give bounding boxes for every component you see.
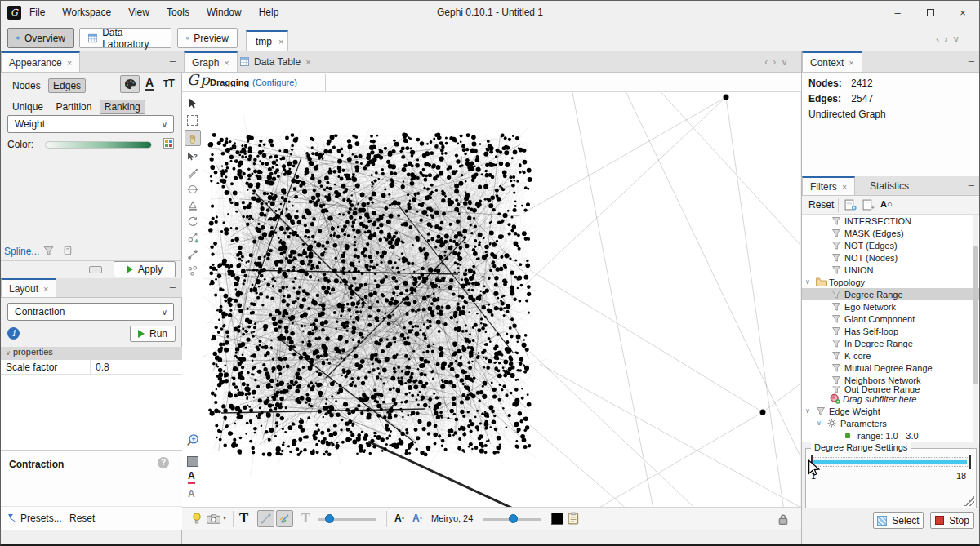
view-tab-chevrons[interactable]: ‹›∨: [764, 56, 793, 68]
appearance-minimize-icon[interactable]: –: [170, 55, 176, 67]
filter-tree-item[interactable]: Out Degree Range: [802, 386, 980, 393]
node-labels-toggle-icon[interactable]: T: [239, 511, 248, 526]
filter-tree-item[interactable]: Mutual Degree Range: [802, 362, 980, 374]
label-color-mode-icon[interactable]: A: [145, 77, 154, 91]
tab-context[interactable]: Context ×: [802, 51, 862, 72]
context-minimize-icon[interactable]: –: [969, 55, 974, 67]
reset-layout-link[interactable]: Reset: [69, 513, 95, 524]
zoom-magnifier-icon[interactable]: [186, 433, 199, 446]
data-laboratory-button[interactable]: Data Laboratory: [79, 28, 172, 48]
minimize-button[interactable]: –: [881, 1, 914, 24]
filter-tree-item[interactable]: range: 1.0 - 3.0: [802, 429, 980, 442]
properties-header[interactable]: ∨ properties: [1, 347, 182, 360]
filters-reset-button[interactable]: Reset: [808, 199, 834, 211]
help-icon[interactable]: ?: [158, 457, 169, 468]
background-color-swatch[interactable]: [187, 456, 198, 467]
heat-icon[interactable]: [187, 200, 198, 211]
edge-pencil-icon[interactable]: [187, 233, 198, 244]
nodes-toggle[interactable]: Nodes: [7, 78, 46, 93]
show-edges-toggle[interactable]: [257, 510, 274, 527]
filter-tree-item[interactable]: Ego Network: [802, 300, 980, 313]
data-table-tab-close-icon[interactable]: ×: [305, 57, 310, 67]
edge-labels-toggle-icon[interactable]: T: [301, 512, 310, 525]
preview-button[interactable]: Preview: [177, 28, 238, 48]
menu-workspace[interactable]: Workspace: [62, 7, 111, 18]
attributes-clipboard-icon[interactable]: [568, 512, 580, 525]
screenshot-camera-icon[interactable]: [207, 514, 220, 524]
filter-tree-item[interactable]: Neighbors Network: [802, 374, 980, 386]
lock-icon[interactable]: [778, 514, 788, 525]
edge-color-toggle[interactable]: [276, 510, 293, 527]
menu-tools[interactable]: Tools: [167, 7, 189, 18]
filter-tree-item[interactable]: ∨Topology: [802, 276, 980, 288]
label-size-slider-knob[interactable]: [509, 514, 518, 523]
appearance-tab-close-icon[interactable]: ×: [67, 58, 72, 68]
filter-tree-item[interactable]: K-core: [802, 349, 980, 362]
ranking-tab[interactable]: Ranking: [100, 100, 145, 114]
tab-statistics[interactable]: Statistics: [862, 176, 916, 195]
lightbulb-icon[interactable]: [192, 513, 202, 526]
edge-font-size-icon[interactable]: A·: [412, 513, 423, 524]
duplicate-filter-icon[interactable]: [862, 199, 875, 211]
tree-expand-chevron-icon[interactable]: ∨: [805, 278, 816, 286]
layout-algorithm-combobox[interactable]: Contraction ∨: [7, 303, 174, 321]
tree-expand-chevron-icon[interactable]: ∨: [805, 407, 816, 415]
maximize-button[interactable]: [914, 1, 947, 24]
painter-icon[interactable]: [187, 167, 198, 179]
apply-button[interactable]: Apply: [114, 261, 176, 277]
filter-tree-item[interactable]: ∨Parameters: [802, 417, 980, 429]
filters-minimize-icon[interactable]: –: [969, 179, 974, 191]
camera-dropdown-icon[interactable]: ▾: [223, 514, 226, 522]
filter-tree-item[interactable]: Degree Range: [802, 288, 980, 300]
filter-tree-item[interactable]: MASK (Edges): [802, 227, 980, 239]
close-button[interactable]: ×: [947, 1, 979, 24]
edges-toggle[interactable]: Edges: [48, 78, 86, 93]
label-size-mode-icon[interactable]: TT: [163, 77, 175, 89]
drag-tool-button[interactable]: [185, 130, 201, 146]
layout-minimize-icon[interactable]: –: [170, 281, 176, 293]
tab-graph[interactable]: Graph ×: [184, 51, 238, 72]
layout-tab-close-icon[interactable]: ×: [43, 284, 48, 294]
context-tab-close-icon[interactable]: ×: [849, 58, 853, 68]
copy-icon[interactable]: [63, 246, 74, 256]
filter-tree-item[interactable]: NOT (Nodes): [802, 251, 980, 264]
edge-weight-slider-knob[interactable]: [325, 514, 334, 523]
tab-layout[interactable]: Layout ×: [1, 278, 56, 297]
select-button[interactable]: Select: [873, 512, 924, 529]
menu-file[interactable]: File: [29, 7, 45, 18]
label-color-swatch[interactable]: [551, 513, 564, 525]
menu-help[interactable]: Help: [259, 7, 279, 18]
stop-button[interactable]: Stop: [930, 512, 974, 529]
auto-apply-toggle-icon[interactable]: [89, 266, 102, 273]
graph-canvas[interactable]: [203, 92, 800, 507]
tree-expand-chevron-icon[interactable]: ∨: [817, 419, 827, 427]
menu-window[interactable]: Window: [207, 7, 242, 18]
filter-tree-item[interactable]: Drag subfilter here: [802, 393, 980, 405]
workspace-tab-close-icon[interactable]: ×: [278, 37, 283, 47]
menu-view[interactable]: View: [128, 7, 149, 18]
tab-appearance[interactable]: Appearance ×: [1, 51, 80, 72]
scrollbar-thumb[interactable]: [973, 246, 978, 384]
unique-tab[interactable]: Unique: [7, 100, 48, 114]
color-mode-button[interactable]: [120, 75, 140, 93]
layout-info-icon[interactable]: i: [7, 327, 20, 340]
run-button[interactable]: Run: [130, 326, 176, 342]
spline-link[interactable]: Spline...: [4, 246, 39, 257]
filter-tree-item[interactable]: NOT (Edges): [802, 239, 980, 251]
color-gradient-bar[interactable]: [45, 141, 152, 149]
select-cursor-icon[interactable]: [187, 97, 198, 109]
rectangle-selection-icon[interactable]: [187, 115, 198, 126]
font-label[interactable]: Meiryo, 24: [431, 513, 473, 523]
overview-button[interactable]: Overview: [7, 28, 74, 48]
filter-tree-item[interactable]: ∨Edge Weight: [802, 405, 980, 417]
tab-filters[interactable]: Filters ×: [802, 176, 855, 195]
filter-tree-item[interactable]: Giant Component: [802, 313, 980, 325]
gradient-preset-icon[interactable]: [163, 138, 174, 149]
filter-funnel-icon[interactable]: [43, 246, 54, 256]
presets-link[interactable]: Presets...: [20, 513, 62, 524]
sizer-icon[interactable]: [187, 184, 198, 195]
range-slider-right-handle[interactable]: [969, 455, 971, 469]
filter-tree-scrollbar[interactable]: [973, 215, 978, 442]
context-cursor-icon[interactable]: ?: [187, 151, 198, 163]
new-filter-icon[interactable]: [844, 199, 857, 211]
